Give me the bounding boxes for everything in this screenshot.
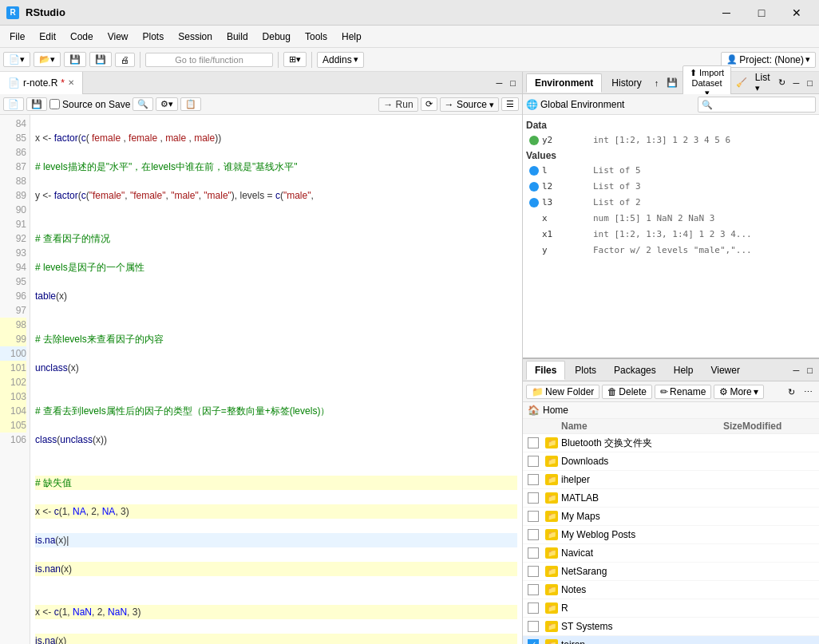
- tab-plots[interactable]: Plots: [567, 362, 604, 379]
- menu-build[interactable]: Build: [220, 30, 255, 44]
- list-item[interactable]: 📁 ihelper: [523, 471, 819, 489]
- list-item[interactable]: 📁 R: [523, 599, 819, 618]
- list-item[interactable]: 📁 Downloads: [523, 452, 819, 471]
- files-minimize-icon[interactable]: ─: [790, 364, 803, 377]
- checkbox-navicat[interactable]: [528, 547, 539, 559]
- env-row-l3[interactable]: l3 List of 2: [526, 195, 816, 211]
- list-item[interactable]: 📁 Navicat: [523, 544, 819, 563]
- save-script-button[interactable]: 💾: [26, 97, 47, 111]
- rerun-button[interactable]: ⟳: [421, 97, 437, 111]
- list-item[interactable]: 📁 ST Systems: [523, 618, 819, 636]
- menu-code[interactable]: Code: [64, 30, 100, 44]
- modified-col-header[interactable]: Modified: [742, 421, 814, 432]
- size-col-header[interactable]: Size: [694, 421, 742, 432]
- list-item[interactable]: 📁 NetSarang: [523, 563, 819, 581]
- checkbox-notes[interactable]: [528, 584, 539, 595]
- menu-tools[interactable]: Tools: [299, 30, 334, 44]
- files-panel: Files Plots Packages Help Viewer ─ □: [523, 359, 819, 644]
- env-minimize-icon[interactable]: ─: [790, 77, 803, 89]
- source-on-save-checkbox[interactable]: [49, 99, 60, 109]
- more-button[interactable]: ⚙ More ▾: [714, 385, 763, 399]
- grid-button[interactable]: ⊞▾: [283, 52, 307, 67]
- editor-tab-rnote[interactable]: 📄 r-note.R * ✕: [0, 72, 83, 94]
- minimize-button[interactable]: ─: [710, 5, 742, 21]
- code-lines[interactable]: x <- factor(c( female , female , male , …: [30, 115, 522, 644]
- tab-packages[interactable]: Packages: [606, 362, 664, 379]
- env-row-l[interactable]: l List of 5: [526, 163, 816, 179]
- menu-view[interactable]: View: [101, 30, 135, 44]
- checkbox-matlab[interactable]: [528, 492, 539, 504]
- new-file-button[interactable]: 📄▾: [3, 52, 30, 67]
- files-maximize-icon[interactable]: □: [804, 364, 816, 377]
- save-all-button[interactable]: 💾: [89, 52, 112, 67]
- print-button[interactable]: 🖨: [115, 53, 135, 67]
- code-content[interactable]: 8485868788 8990919293 94959697 9899 1001…: [0, 115, 522, 644]
- env-row-x1[interactable]: x1 int [1:2, 1:3, 1:4] 1 2 3 4...: [526, 227, 816, 243]
- code-tools-button[interactable]: ⚙▾: [156, 97, 178, 111]
- list-item[interactable]: 📁 My Weblog Posts: [523, 526, 819, 544]
- list-item[interactable]: 📁 Notes: [523, 581, 819, 599]
- l-name: l: [542, 164, 590, 178]
- checkbox-stsystems[interactable]: [528, 621, 539, 632]
- list-item[interactable]: 📁 MATLAB: [523, 489, 819, 508]
- env-save-icon[interactable]: 💾: [663, 76, 681, 89]
- files-refresh-icon[interactable]: ↻: [785, 385, 798, 398]
- checkbox-ihelper[interactable]: [528, 474, 539, 485]
- list-item[interactable]: 📁 My Maps: [523, 508, 819, 526]
- env-maximize-icon[interactable]: □: [804, 77, 816, 89]
- env-list-toggle[interactable]: List ▾: [752, 70, 774, 95]
- menu-file[interactable]: File: [3, 30, 31, 44]
- new-folder-button[interactable]: 📁 New Folder: [526, 385, 599, 399]
- files-menu-icon[interactable]: ⋯: [801, 385, 816, 398]
- global-env-label[interactable]: Global Environment: [540, 99, 624, 110]
- source-button[interactable]: → Source ▾: [440, 97, 499, 112]
- menu-edit[interactable]: Edit: [33, 30, 62, 44]
- tab-history[interactable]: History: [603, 74, 649, 92]
- env-search-input[interactable]: [698, 97, 816, 113]
- checkbox-r[interactable]: [528, 603, 539, 614]
- addins-button[interactable]: Addins ▾: [317, 52, 364, 68]
- new-script-button[interactable]: 📄: [3, 97, 24, 111]
- editor-menu-button[interactable]: ☰: [501, 97, 519, 111]
- tab-viewer[interactable]: Viewer: [702, 362, 747, 379]
- env-broom-icon[interactable]: 🧹: [733, 76, 750, 89]
- env-row-l2[interactable]: l2 List of 3: [526, 179, 816, 195]
- compile-button[interactable]: 📋: [180, 97, 201, 111]
- close-button[interactable]: ✕: [781, 5, 813, 21]
- checkbox-myweblog[interactable]: [528, 529, 539, 540]
- name-col-header[interactable]: Name: [561, 421, 694, 432]
- delete-button[interactable]: 🗑 Delete: [602, 385, 652, 399]
- maximize-button[interactable]: □: [746, 5, 777, 21]
- open-file-button[interactable]: 📂▾: [34, 52, 61, 67]
- env-row-x[interactable]: x num [1:5] 1 NaN 2 NaN 3: [526, 211, 816, 227]
- tab-close-icon[interactable]: ✕: [68, 78, 74, 87]
- env-refresh-icon[interactable]: ↻: [775, 76, 789, 89]
- checkbox-teiron[interactable]: ✓: [528, 639, 539, 644]
- run-button[interactable]: → Run: [378, 97, 417, 112]
- goto-file-button[interactable]: Go to file/function: [145, 53, 273, 67]
- maximize-panel-icon[interactable]: □: [507, 77, 519, 89]
- tab-files[interactable]: Files: [526, 361, 565, 380]
- menu-help[interactable]: Help: [335, 30, 368, 44]
- save-button[interactable]: 💾: [64, 52, 86, 67]
- files-breadcrumb[interactable]: 🏠 Home: [523, 402, 819, 419]
- checkbox-downloads[interactable]: [528, 456, 539, 467]
- tab-help[interactable]: Help: [666, 362, 702, 379]
- tab-environment[interactable]: Environment: [526, 73, 602, 93]
- menu-session[interactable]: Session: [172, 30, 219, 44]
- list-item[interactable]: ✓ 📁 teiron: [523, 636, 819, 644]
- source-on-save-label[interactable]: Source on Save: [49, 99, 130, 110]
- checkbox-bluetooth[interactable]: [528, 437, 539, 448]
- menu-plots[interactable]: Plots: [136, 30, 171, 44]
- code-line-98: # 缺失值: [35, 476, 517, 490]
- env-row-y[interactable]: y Factor w/ 2 levels "male","...: [526, 243, 816, 259]
- list-item[interactable]: 📁 Bluetooth 交换文件夹: [523, 434, 819, 452]
- minimize-panel-icon[interactable]: ─: [493, 77, 506, 89]
- rename-button[interactable]: ✏ Rename: [655, 385, 711, 399]
- checkbox-netsarang[interactable]: [528, 566, 539, 577]
- checkbox-mymaps[interactable]: [528, 511, 539, 522]
- search-button[interactable]: 🔍: [133, 97, 153, 111]
- menu-debug[interactable]: Debug: [256, 30, 297, 44]
- env-row-y2[interactable]: y2 int [1:2, 1:3] 1 2 3 4 5 6: [526, 132, 816, 148]
- env-import-icon[interactable]: ↑: [651, 77, 663, 89]
